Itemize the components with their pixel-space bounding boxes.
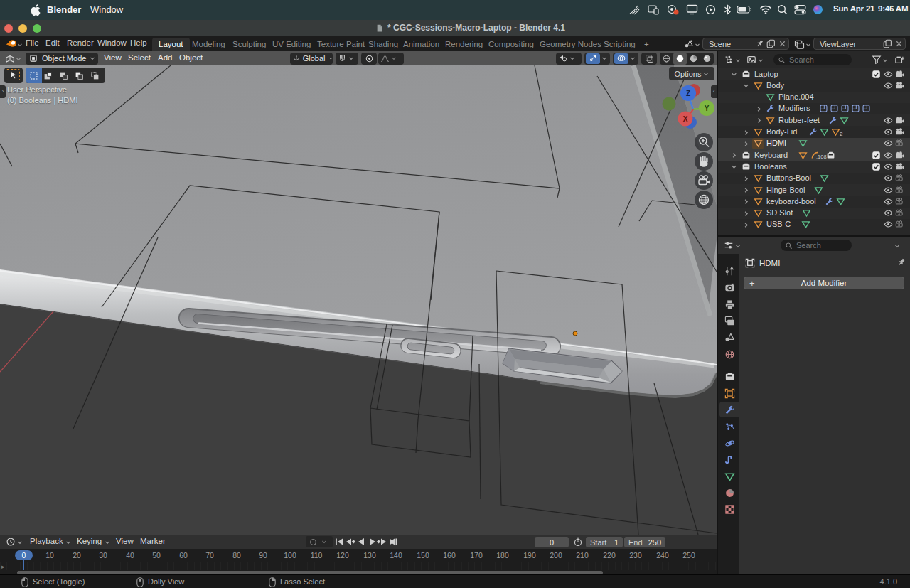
viewport-menu-object[interactable]: Object <box>179 53 203 62</box>
tab-scripting[interactable]: Scripting <box>597 38 642 51</box>
timeline-menu-view[interactable]: View <box>116 537 134 545</box>
current-frame-field[interactable]: 0 <box>535 537 569 547</box>
viewport-menu-select[interactable]: Select <box>128 53 151 62</box>
pin-icon[interactable] <box>896 258 905 267</box>
outliner-row-rubber-feet[interactable]: Rubber-feet <box>718 114 910 126</box>
chevron-down-icon[interactable] <box>16 56 21 62</box>
chevron-right-icon[interactable] <box>743 129 749 136</box>
timeline-ruler[interactable]: 10 20 30 40 50 60 70 80 90 100 110 120 1… <box>0 549 717 562</box>
camera-disabled-icon[interactable] <box>895 186 904 195</box>
camera-icon[interactable] <box>895 70 904 79</box>
playhead-badge[interactable]: 0 <box>15 550 33 560</box>
sidecar-status-icon[interactable] <box>648 4 660 15</box>
pin-icon[interactable] <box>754 40 763 48</box>
tab-material[interactable] <box>719 485 739 501</box>
frame-end-field[interactable]: End250 <box>624 537 665 547</box>
properties-editor-icon[interactable] <box>724 240 734 250</box>
xray-toggle[interactable] <box>641 53 657 65</box>
menu-render[interactable]: Render <box>67 38 94 47</box>
zoom-button[interactable] <box>695 133 713 151</box>
gizmo-minus-y-ball[interactable] <box>663 97 676 111</box>
eye-icon[interactable] <box>884 173 893 183</box>
outliner-row-booleans[interactable]: Booleans <box>718 161 910 172</box>
camera-view-button[interactable] <box>695 171 713 190</box>
outliner-row-hinge-bool[interactable]: Hinge-Bool <box>718 184 910 196</box>
new-viewlayer-icon[interactable] <box>883 39 892 48</box>
camera-disabled-icon[interactable] <box>895 208 904 218</box>
camera-disabled-icon[interactable] <box>895 139 904 148</box>
eye-icon[interactable] <box>884 162 893 171</box>
next-keyframe-button[interactable] <box>377 539 386 545</box>
siri-icon[interactable] <box>813 4 823 15</box>
chevron-right-icon[interactable] <box>743 210 749 217</box>
tab-particles[interactable] <box>719 419 739 434</box>
eye-icon[interactable] <box>884 186 893 195</box>
checkbox-icon[interactable] <box>872 151 881 160</box>
overlays-dropdown[interactable] <box>613 53 638 65</box>
battery-status-icon[interactable] <box>737 5 752 14</box>
outliner-row-buttons-bool[interactable]: Buttons-Bool <box>718 173 910 184</box>
outliner-row-body[interactable]: Body <box>718 80 910 91</box>
proportional-editing-toggle[interactable] <box>361 53 377 65</box>
tab-object[interactable] <box>719 385 739 401</box>
chevron-down-icon[interactable] <box>805 42 811 48</box>
visibility-dropdown[interactable] <box>556 53 582 65</box>
modifier-icon[interactable] <box>862 104 871 113</box>
tab-render[interactable] <box>719 279 739 295</box>
select-extend-mode-button[interactable] <box>43 70 53 83</box>
properties-search[interactable]: Search <box>781 240 852 251</box>
menu-edit[interactable]: Edit <box>46 38 60 47</box>
outliner-search[interactable]: Search <box>774 54 852 65</box>
tab-object-data[interactable] <box>719 469 739 484</box>
unlink-scene-icon[interactable] <box>778 40 786 48</box>
chevron-down-icon[interactable] <box>882 58 888 63</box>
prev-keyframe-button[interactable] <box>346 539 355 545</box>
outliner-row-body-lid[interactable]: Body-Lid 2 <box>718 127 910 138</box>
viewport-gizmo[interactable]: Z X Y <box>660 74 724 138</box>
shading-rendered-button[interactable] <box>700 53 714 65</box>
eye-icon[interactable] <box>884 151 893 160</box>
zoom-window-button[interactable] <box>33 24 41 33</box>
tab-modeling[interactable]: Modeling <box>186 38 232 51</box>
add-workspace-button[interactable]: + <box>638 38 655 51</box>
minimize-window-button[interactable] <box>18 24 27 33</box>
chevron-down-icon[interactable] <box>17 540 23 545</box>
menu-window[interactable]: Window <box>97 38 127 47</box>
shading-material-button[interactable] <box>687 53 700 65</box>
outliner-row-usb-c[interactable]: USB-C <box>718 219 910 230</box>
editor-type-icon[interactable] <box>5 53 15 63</box>
modifier-icon[interactable] <box>819 104 828 113</box>
proportional-falloff-dropdown[interactable] <box>378 53 404 65</box>
pan-button[interactable] <box>695 152 713 171</box>
wacom-status-icon[interactable] <box>628 5 640 15</box>
jump-to-end-button[interactable] <box>390 539 397 545</box>
viewlayer-icon[interactable] <box>794 40 805 49</box>
chevron-right-icon[interactable] <box>743 176 749 182</box>
outliner-row-sd-slot[interactable]: SD Slot <box>718 208 910 219</box>
eye-icon[interactable] <box>884 127 893 137</box>
eye-icon[interactable] <box>884 220 893 229</box>
select-invert-mode-button[interactable] <box>75 70 84 83</box>
viewport-menu-view[interactable]: View <box>104 53 122 62</box>
sidebar-toggle-tab[interactable]: ‹ <box>711 85 717 98</box>
select-box-mode-button[interactable] <box>26 68 42 83</box>
timeline-menu-playback[interactable]: Playback <box>30 537 63 545</box>
snapping-dropdown[interactable] <box>336 53 358 65</box>
chevron-down-icon[interactable] <box>735 243 741 249</box>
display-status-icon[interactable] <box>686 4 698 15</box>
outliner-row-keyboard[interactable]: Keyboard .108 <box>718 149 910 161</box>
menu-file[interactable]: File <box>26 38 39 47</box>
chevron-down-icon[interactable] <box>894 243 900 249</box>
tab-uv-editing[interactable]: UV Editing <box>266 38 317 51</box>
chevron-down-icon[interactable] <box>743 82 749 89</box>
active-tool-button[interactable] <box>4 68 23 83</box>
play-button[interactable] <box>370 538 375 545</box>
checkbox-icon[interactable] <box>872 70 881 79</box>
chevron-down-icon[interactable] <box>735 58 741 63</box>
control-center-icon[interactable] <box>794 4 806 15</box>
select-intersect-mode-button[interactable] <box>90 70 100 83</box>
close-window-button[interactable] <box>4 24 13 33</box>
select-subtract-mode-button[interactable] <box>59 70 68 83</box>
shading-wireframe-button[interactable] <box>660 53 673 65</box>
tab-layout[interactable]: Layout <box>152 38 190 51</box>
